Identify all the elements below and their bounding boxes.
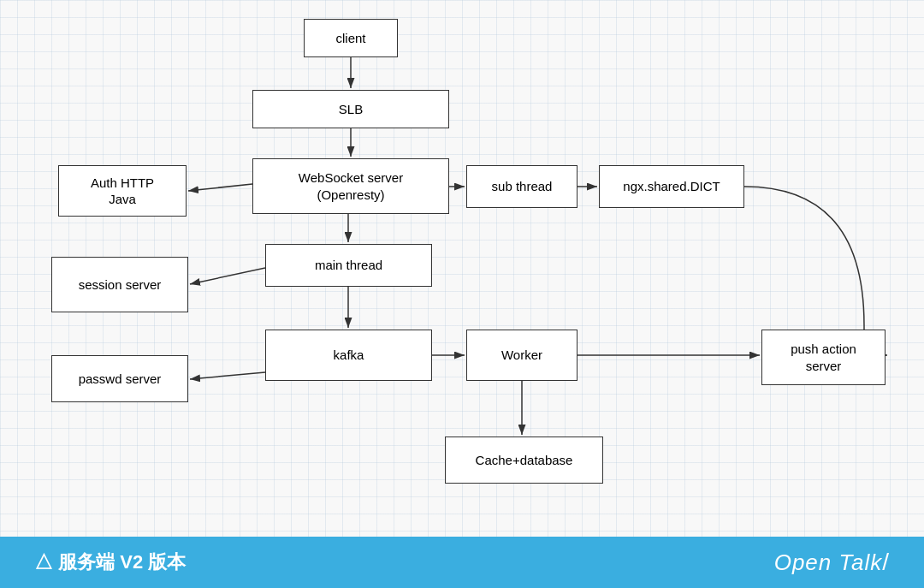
box-pushaction: push actionserver [761,330,886,385]
box-mainthread: main thread [265,244,432,287]
box-slb: SLB [252,90,449,128]
box-ngxdict: ngx.shared.DICT [599,165,744,208]
main-container: client SLB WebSocket server(Openresty) s… [0,0,924,588]
box-websocket: WebSocket server(Openresty) [252,158,449,214]
footer: △ 服务端 V2 版本 Open Talk/ [0,537,924,588]
box-passwd: passwd server [51,355,188,402]
footer-triangle: △ [34,551,53,573]
footer-title-text: 服务端 V2 版本 [58,551,186,573]
svg-line-8 [190,268,265,284]
svg-line-11 [190,372,265,379]
box-cache: Cache+database [445,437,603,484]
footer-title: △ 服务端 V2 版本 [34,549,186,575]
box-session: session server [51,257,188,312]
box-client: client [304,19,398,57]
footer-brand: Open Talk/ [774,549,890,576]
box-auth: Auth HTTPJava [58,165,187,217]
svg-line-6 [188,184,252,191]
box-subthread: sub thread [466,165,578,208]
box-worker: Worker [466,330,578,381]
box-kafka: kafka [265,330,432,381]
diagram-area: client SLB WebSocket server(Openresty) s… [0,0,924,537]
